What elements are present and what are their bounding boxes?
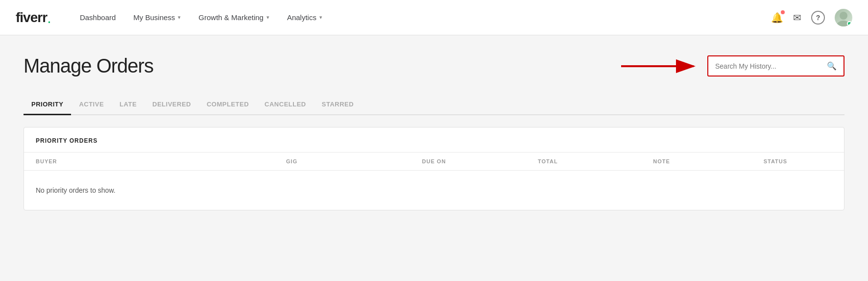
tabs-container: PRIORITY ACTIVE LATE DELIVERED COMPLETED… [24, 95, 844, 115]
tab-starred[interactable]: STARRED [314, 95, 362, 115]
logo-text: fiverr [16, 10, 47, 26]
notification-dot [781, 10, 785, 14]
search-annotation: 🔍 [621, 55, 844, 77]
growth-marketing-chevron-icon: ▾ [266, 14, 269, 21]
nav-right: 🔔 ✉ ? [771, 9, 852, 26]
col-total: TOTAL [491, 158, 604, 164]
tab-completed[interactable]: COMPLETED [199, 95, 257, 115]
col-gig: GIG [206, 158, 377, 164]
nav-growth-marketing[interactable]: Growth & Marketing ▾ [190, 0, 278, 35]
nav-links: Dashboard My Business ▾ Growth & Marketi… [71, 0, 771, 35]
svg-point-0 [840, 12, 847, 20]
tab-cancelled[interactable]: CANCELLED [257, 95, 314, 115]
nav-dashboard[interactable]: Dashboard [71, 0, 124, 35]
nav-my-business[interactable]: My Business ▾ [124, 0, 190, 35]
orders-section: PRIORITY ORDERS BUYER GIG DUE ON TOTAL N… [24, 127, 844, 210]
avatar-online-indicator [847, 21, 852, 26]
tab-priority[interactable]: PRIORITY [24, 95, 71, 115]
main-content: Manage Orders 🔍 PRIORI [0, 35, 868, 281]
search-input[interactable] [715, 62, 827, 70]
search-icon[interactable]: 🔍 [827, 61, 837, 71]
analytics-chevron-icon: ▾ [319, 14, 322, 21]
col-status: STATUS [719, 158, 832, 164]
navbar: fiverr. Dashboard My Business ▾ Growth &… [0, 0, 868, 35]
tab-delivered[interactable]: DELIVERED [145, 95, 199, 115]
search-box[interactable]: 🔍 [707, 55, 844, 77]
red-arrow-indicator [621, 56, 699, 76]
col-buyer: BUYER [36, 158, 206, 164]
my-business-chevron-icon: ▾ [178, 14, 181, 21]
logo-dot: . [47, 10, 51, 26]
avatar[interactable] [835, 9, 852, 26]
messages-icon[interactable]: ✉ [793, 12, 801, 24]
notification-bell-icon[interactable]: 🔔 [771, 12, 783, 24]
nav-analytics[interactable]: Analytics ▾ [278, 0, 331, 35]
tab-active[interactable]: ACTIVE [71, 95, 112, 115]
page-header: Manage Orders 🔍 [24, 55, 844, 77]
help-icon[interactable]: ? [811, 11, 825, 25]
logo[interactable]: fiverr. [16, 10, 51, 26]
table-header: BUYER GIG DUE ON TOTAL NOTE STATUS [24, 153, 844, 171]
orders-section-title: PRIORITY ORDERS [24, 128, 844, 153]
col-note: NOTE [604, 158, 718, 164]
tab-late[interactable]: LATE [112, 95, 145, 115]
empty-orders-message: No priority orders to show. [24, 171, 844, 210]
col-due-on: DUE ON [377, 158, 491, 164]
page-title: Manage Orders [24, 55, 153, 77]
